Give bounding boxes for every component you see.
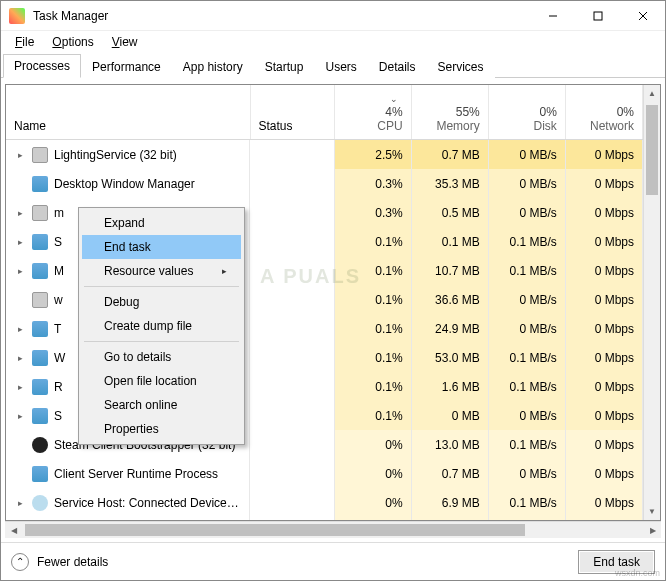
col-memory[interactable]: 55% Memory bbox=[411, 85, 488, 140]
sort-indicator-icon: ⌄ bbox=[390, 94, 403, 104]
process-cell[interactable]: Service Host: Connected Device… bbox=[6, 488, 250, 517]
disk-cell: 0 MB/s bbox=[488, 459, 565, 488]
status-cell bbox=[250, 517, 334, 520]
cpu-pct: 4% bbox=[343, 105, 403, 119]
disk-cell: 0.1 MB/s bbox=[488, 488, 565, 517]
disk-cell: 0.1 MB/s bbox=[488, 343, 565, 372]
process-cell[interactable]: Client Server Runtime Process bbox=[6, 459, 250, 488]
ctx-create-dump[interactable]: Create dump file bbox=[82, 314, 241, 338]
scroll-left-icon[interactable]: ◀ bbox=[5, 522, 22, 538]
status-cell bbox=[250, 343, 334, 372]
ctx-properties[interactable]: Properties bbox=[82, 417, 241, 441]
table-row[interactable]: Service Host: Connected Device…0%6.9 MB0… bbox=[6, 488, 643, 517]
expander-icon[interactable] bbox=[14, 265, 26, 277]
expander-icon[interactable] bbox=[14, 352, 26, 364]
mem-cell: 6.9 MB bbox=[411, 488, 488, 517]
menu-file[interactable]: File bbox=[7, 33, 42, 51]
tab-services[interactable]: Services bbox=[427, 55, 495, 78]
process-cell[interactable]: Service Host: Windows Manage… bbox=[6, 517, 250, 520]
mem-cell: 0 MB bbox=[411, 401, 488, 430]
cpu-cell: 0.1% bbox=[334, 372, 411, 401]
expander-icon[interactable] bbox=[14, 497, 26, 509]
process-name: S bbox=[54, 235, 62, 249]
cpu-cell: 0% bbox=[334, 517, 411, 520]
col-disk[interactable]: 0% Disk bbox=[488, 85, 565, 140]
tab-users[interactable]: Users bbox=[314, 55, 367, 78]
mem-cell: 5.1 MB bbox=[411, 517, 488, 520]
ctx-resource-values[interactable]: Resource values bbox=[82, 259, 241, 283]
status-cell bbox=[250, 401, 334, 430]
tab-performance[interactable]: Performance bbox=[81, 55, 172, 78]
mem-cell: 36.6 MB bbox=[411, 285, 488, 314]
hscroll-thumb[interactable] bbox=[25, 524, 525, 536]
net-cell: 0 Mbps bbox=[565, 314, 642, 343]
ctx-search-online[interactable]: Search online bbox=[82, 393, 241, 417]
end-task-button[interactable]: End task bbox=[578, 550, 655, 574]
vertical-scrollbar[interactable]: ▲ ▼ bbox=[643, 85, 660, 520]
expander-icon[interactable] bbox=[14, 410, 26, 422]
horizontal-scrollbar[interactable]: ◀ ▶ bbox=[5, 521, 661, 538]
scroll-up-icon[interactable]: ▲ bbox=[644, 85, 660, 102]
cpu-cell: 0% bbox=[334, 430, 411, 459]
process-cell[interactable]: Desktop Window Manager bbox=[6, 169, 250, 198]
menu-options[interactable]: Options bbox=[44, 33, 101, 51]
mem-pct: 55% bbox=[420, 105, 480, 119]
status-cell bbox=[250, 256, 334, 285]
fewer-details-label[interactable]: Fewer details bbox=[37, 555, 108, 569]
ctx-expand[interactable]: Expand bbox=[82, 211, 241, 235]
table-row[interactable]: Client Server Runtime Process0%0.7 MB0 M… bbox=[6, 459, 643, 488]
col-status[interactable]: Status bbox=[250, 85, 334, 140]
expander-icon[interactable] bbox=[14, 207, 26, 219]
cpu-cell: 0.1% bbox=[334, 256, 411, 285]
close-button[interactable] bbox=[620, 1, 665, 30]
status-cell bbox=[250, 169, 334, 198]
minimize-button[interactable] bbox=[530, 1, 575, 30]
scroll-down-icon[interactable]: ▼ bbox=[644, 503, 660, 520]
status-cell bbox=[250, 227, 334, 256]
process-cell[interactable]: LightingService (32 bit) bbox=[6, 140, 250, 169]
ctx-go-to-details[interactable]: Go to details bbox=[82, 345, 241, 369]
disk-cell: 0.1 MB/s bbox=[488, 372, 565, 401]
cpu-cell: 2.5% bbox=[334, 140, 411, 170]
process-icon bbox=[32, 350, 48, 366]
expander-icon[interactable] bbox=[14, 236, 26, 248]
table-row[interactable]: Service Host: Windows Manage…0%5.1 MB0 M… bbox=[6, 517, 643, 520]
process-name: w bbox=[54, 293, 63, 307]
net-cell: 0 Mbps bbox=[565, 517, 642, 520]
net-cell: 0 Mbps bbox=[565, 198, 642, 227]
tab-details[interactable]: Details bbox=[368, 55, 427, 78]
mem-lbl: Memory bbox=[420, 119, 480, 133]
table-row[interactable]: LightingService (32 bit)2.5%0.7 MB0 MB/s… bbox=[6, 140, 643, 170]
scroll-thumb[interactable] bbox=[646, 105, 658, 195]
tab-app-history[interactable]: App history bbox=[172, 55, 254, 78]
disk-cell: 0 MB/s bbox=[488, 140, 565, 170]
col-status-label: Status bbox=[259, 119, 293, 133]
maximize-button[interactable] bbox=[575, 1, 620, 30]
expander-icon[interactable] bbox=[14, 323, 26, 335]
tab-startup[interactable]: Startup bbox=[254, 55, 315, 78]
mem-cell: 10.7 MB bbox=[411, 256, 488, 285]
ctx-open-file-location[interactable]: Open file location bbox=[82, 369, 241, 393]
expander-icon[interactable] bbox=[14, 149, 26, 161]
ctx-debug[interactable]: Debug bbox=[82, 290, 241, 314]
title-bar: Task Manager bbox=[1, 1, 665, 31]
col-name-label: Name bbox=[14, 119, 46, 133]
cpu-cell: 0% bbox=[334, 459, 411, 488]
scroll-right-icon[interactable]: ▶ bbox=[644, 522, 661, 538]
cpu-cell: 0.1% bbox=[334, 343, 411, 372]
mem-cell: 53.0 MB bbox=[411, 343, 488, 372]
col-name[interactable]: Name bbox=[6, 85, 250, 140]
net-cell: 0 Mbps bbox=[565, 488, 642, 517]
expander-icon[interactable] bbox=[14, 381, 26, 393]
net-cell: 0 Mbps bbox=[565, 285, 642, 314]
table-row[interactable]: Desktop Window Manager0.3%35.3 MB0 MB/s0… bbox=[6, 169, 643, 198]
col-network[interactable]: 0% Network bbox=[565, 85, 642, 140]
col-cpu[interactable]: ⌄ 4% CPU bbox=[334, 85, 411, 140]
ctx-sep-1 bbox=[84, 286, 239, 287]
net-cell: 0 Mbps bbox=[565, 256, 642, 285]
process-name: S bbox=[54, 409, 62, 423]
tab-processes[interactable]: Processes bbox=[3, 54, 81, 78]
menu-view[interactable]: View bbox=[104, 33, 146, 51]
fewer-details-icon[interactable]: ⌃ bbox=[11, 553, 29, 571]
ctx-end-task[interactable]: End task bbox=[82, 235, 241, 259]
